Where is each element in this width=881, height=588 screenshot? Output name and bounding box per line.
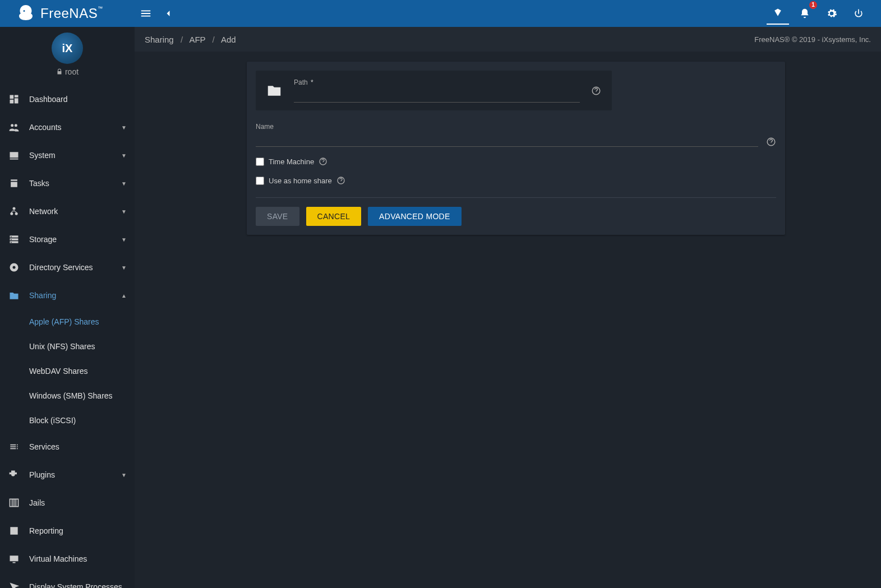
notifications-button[interactable]: 1 xyxy=(794,2,816,25)
help-icon[interactable] xyxy=(319,157,328,166)
services-icon xyxy=(8,441,20,453)
home-share-label: Use as home share xyxy=(269,177,332,185)
svg-point-1 xyxy=(13,266,16,269)
system-icon xyxy=(8,149,20,161)
sidebar: iX root Dashboard Accounts ▼ System ▼ Ta… xyxy=(0,27,135,588)
sidebar-item-directory-services[interactable]: Directory Services ▼ xyxy=(0,253,135,281)
logo-area: FreeNAS™ xyxy=(4,3,135,24)
breadcrumb-bar: Sharing / AFP / Add FreeNAS® © 2019 - iX… xyxy=(135,27,881,52)
sidebar-item-services[interactable]: Services xyxy=(0,433,135,461)
home-share-checkbox[interactable] xyxy=(256,177,264,185)
sidebar-item-vms[interactable]: Virtual Machines xyxy=(0,545,135,573)
tasks-icon xyxy=(8,177,20,189)
notification-badge: 1 xyxy=(809,1,817,9)
plugins-icon xyxy=(8,469,20,481)
time-machine-checkbox[interactable] xyxy=(256,158,264,166)
help-icon[interactable] xyxy=(336,176,345,185)
path-label: Path * xyxy=(294,78,580,86)
sharing-icon xyxy=(8,289,20,302)
sidebar-item-processes[interactable]: Display System Processes xyxy=(0,573,135,588)
sidebar-item-storage[interactable]: Storage ▼ xyxy=(0,225,135,253)
folder-icon[interactable] xyxy=(266,82,283,99)
sidebar-item-network[interactable]: Network ▼ xyxy=(0,197,135,225)
sidebar-subitem-webdav[interactable]: WebDAV Shares xyxy=(0,359,135,383)
theme-icon[interactable] xyxy=(767,2,789,25)
name-label: Name xyxy=(256,123,758,131)
chevron-up-icon: ▲ xyxy=(121,293,127,299)
chevron-down-icon: ▼ xyxy=(121,180,127,187)
breadcrumb: Sharing / AFP / Add xyxy=(145,35,236,44)
reporting-icon xyxy=(8,525,20,537)
sidebar-subitem-smb[interactable]: Windows (SMB) Shares xyxy=(0,383,135,408)
storage-icon xyxy=(8,233,20,246)
chevron-down-icon: ▼ xyxy=(121,237,127,243)
sidebar-sharing-submenu: Apple (AFP) Shares Unix (NFS) Shares Web… xyxy=(0,309,135,433)
breadcrumb-add: Add xyxy=(221,35,236,44)
sidebar-collapse-button[interactable] xyxy=(157,2,179,25)
chevron-down-icon: ▼ xyxy=(121,152,127,159)
chevron-down-icon: ▼ xyxy=(121,209,127,215)
chevron-down-icon: ▼ xyxy=(121,124,127,131)
sidebar-item-plugins[interactable]: Plugins ▼ xyxy=(0,461,135,489)
dashboard-icon xyxy=(8,93,20,105)
sidebar-item-accounts[interactable]: Accounts ▼ xyxy=(0,113,135,141)
sidebar-item-jails[interactable]: Jails xyxy=(0,489,135,517)
path-block: Path * xyxy=(256,71,612,110)
directory-icon xyxy=(8,261,20,274)
brand-text: FreeNAS™ xyxy=(40,6,103,21)
copyright-text: FreeNAS® © 2019 - iXsystems, Inc. xyxy=(754,35,871,44)
user-name: root xyxy=(56,67,79,76)
lock-icon xyxy=(56,68,63,75)
help-icon[interactable] xyxy=(766,137,776,147)
help-icon[interactable] xyxy=(591,86,601,96)
chevron-down-icon: ▼ xyxy=(121,265,127,271)
settings-button[interactable] xyxy=(820,2,843,25)
sidebar-subitem-iscsi[interactable]: Block (iSCSI) xyxy=(0,408,135,433)
vm-icon xyxy=(8,553,20,565)
topbar: FreeNAS™ 1 xyxy=(0,0,881,27)
chevron-down-icon: ▼ xyxy=(121,472,127,478)
breadcrumb-sharing[interactable]: Sharing xyxy=(145,35,174,44)
path-input[interactable] xyxy=(294,89,580,103)
user-block: iX root xyxy=(0,27,135,85)
form-card: Path * Name xyxy=(247,62,785,235)
sidebar-subitem-nfs[interactable]: Unix (NFS) Shares xyxy=(0,334,135,359)
name-input[interactable] xyxy=(256,133,758,147)
processes-icon xyxy=(8,581,20,588)
breadcrumb-afp[interactable]: AFP xyxy=(189,35,205,44)
sidebar-item-system[interactable]: System ▼ xyxy=(0,141,135,169)
logo-icon xyxy=(16,3,36,24)
sidebar-item-dashboard[interactable]: Dashboard xyxy=(0,85,135,113)
sidebar-item-tasks[interactable]: Tasks ▼ xyxy=(0,169,135,197)
sidebar-item-reporting[interactable]: Reporting xyxy=(0,517,135,545)
sidebar-item-sharing[interactable]: Sharing ▲ xyxy=(0,281,135,309)
cancel-button[interactable]: CANCEL xyxy=(306,207,362,226)
time-machine-label: Time Machine xyxy=(269,158,314,166)
power-button[interactable] xyxy=(847,2,870,25)
avatar: iX xyxy=(52,33,83,64)
sidebar-subitem-afp[interactable]: Apple (AFP) Shares xyxy=(0,309,135,334)
accounts-icon xyxy=(8,121,20,133)
network-icon xyxy=(8,205,20,217)
save-button[interactable]: SAVE xyxy=(256,207,299,226)
jails-icon xyxy=(8,497,20,509)
advanced-mode-button[interactable]: ADVANCED MODE xyxy=(368,207,462,226)
menu-toggle-button[interactable] xyxy=(135,2,157,25)
